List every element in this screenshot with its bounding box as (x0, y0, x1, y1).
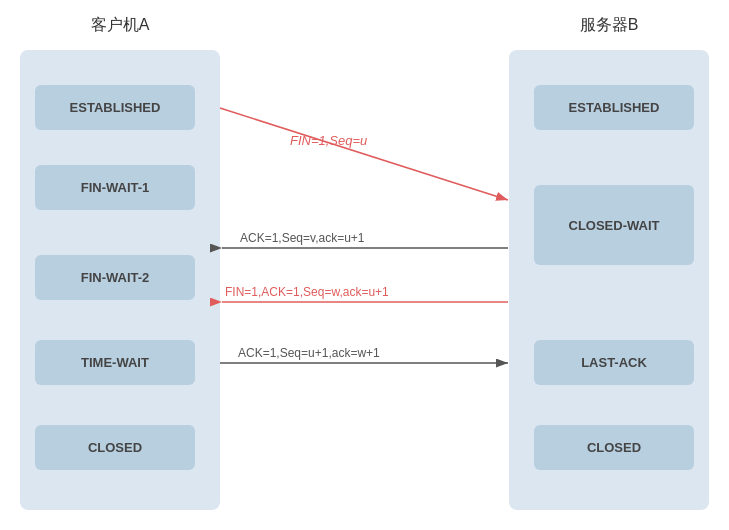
state-closedwait: CLOSED-WAIT (534, 185, 694, 265)
header-right: 服务器B (509, 15, 709, 36)
state-established-left: ESTABLISHED (35, 85, 195, 130)
state-timewait: TIME-WAIT (35, 340, 195, 385)
state-finwait2: FIN-WAIT-2 (35, 255, 195, 300)
svg-text:ACK=1,Seq=u+1,ack=w+1: ACK=1,Seq=u+1,ack=w+1 (238, 346, 380, 360)
svg-text:FIN=1,Seq=u: FIN=1,Seq=u (290, 133, 367, 148)
diagram-container: 客户机A 服务器B ESTABLISHED FIN-WAIT-1 FIN-WAI… (0, 0, 729, 530)
state-lastack: LAST-ACK (534, 340, 694, 385)
svg-line-4 (220, 108, 508, 200)
svg-text:ACK=1,Seq=v,ack=u+1: ACK=1,Seq=v,ack=u+1 (240, 231, 365, 245)
state-closed-left: CLOSED (35, 425, 195, 470)
state-closed-right: CLOSED (534, 425, 694, 470)
header-left: 客户机A (20, 15, 220, 36)
state-established-right: ESTABLISHED (534, 85, 694, 130)
state-finwait1: FIN-WAIT-1 (35, 165, 195, 210)
svg-text:FIN=1,ACK=1,Seq=w,ack=u+1: FIN=1,ACK=1,Seq=w,ack=u+1 (225, 285, 389, 299)
